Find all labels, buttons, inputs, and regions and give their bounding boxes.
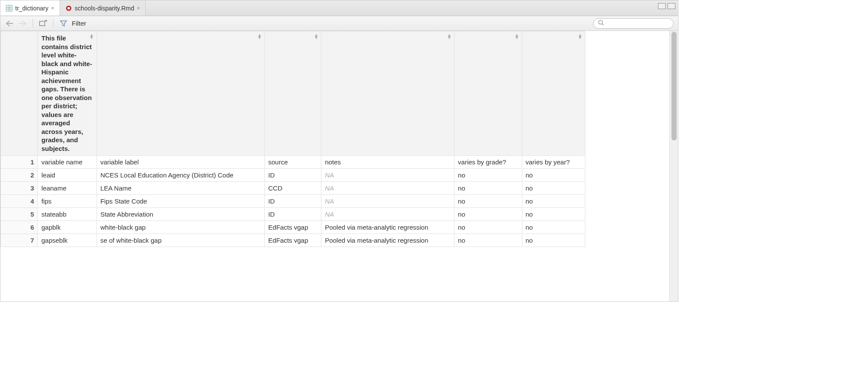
data-cell[interactable]: Fips State Code xyxy=(97,195,264,208)
data-cell[interactable]: no xyxy=(522,195,585,208)
search-input[interactable] xyxy=(607,20,680,27)
data-cell[interactable]: no xyxy=(522,182,585,195)
data-cell[interactable]: no xyxy=(522,169,585,182)
svg-line-9 xyxy=(602,24,604,26)
data-cell[interactable]: notes xyxy=(321,156,454,169)
table-row[interactable]: 2leaidNCES Local Education Agency (Distr… xyxy=(1,169,585,182)
data-grid: This file contains district level white-… xyxy=(0,31,585,301)
data-frame-icon xyxy=(6,5,13,12)
table-row[interactable]: 3leanameLEA NameCCDNAnono xyxy=(1,182,585,195)
column-header[interactable]: This file contains district level white-… xyxy=(38,31,97,156)
filter-icon[interactable] xyxy=(59,19,68,28)
data-cell[interactable]: CCD xyxy=(264,182,321,195)
table-row[interactable]: 4fipsFips State CodeIDNAnono xyxy=(1,195,585,208)
back-button[interactable] xyxy=(5,19,14,28)
data-cell[interactable]: EdFacts vgap xyxy=(264,221,321,234)
data-cell[interactable]: NA xyxy=(321,169,454,182)
data-viewer: This file contains district level white-… xyxy=(0,31,678,301)
data-cell[interactable]: EdFacts vgap xyxy=(264,234,321,247)
row-number-cell: 6 xyxy=(1,221,38,234)
close-icon[interactable]: × xyxy=(137,5,140,11)
toolbar-separator xyxy=(33,19,33,28)
data-cell[interactable]: NA xyxy=(321,208,454,221)
data-cell[interactable]: leaname xyxy=(38,182,97,195)
data-cell[interactable]: no xyxy=(454,208,522,221)
sort-icon[interactable]: ▲▼ xyxy=(257,34,262,39)
rstudio-source-pane: tr_dictionary × schools-disparity.Rmd × xyxy=(0,0,678,302)
data-cell[interactable]: varies by year? xyxy=(522,156,585,169)
vertical-scrollbar[interactable] xyxy=(669,31,678,301)
data-cell[interactable]: no xyxy=(522,221,585,234)
row-number-cell: 7 xyxy=(1,234,38,247)
row-number-cell: 1 xyxy=(1,156,38,169)
table-row[interactable]: 6gapblkwhite-black gapEdFacts vgapPooled… xyxy=(1,221,585,234)
data-cell[interactable]: Pooled via meta-analytic regression xyxy=(321,234,454,247)
sort-icon[interactable]: ▲▼ xyxy=(515,34,519,39)
data-cell[interactable]: no xyxy=(522,208,585,221)
svg-rect-7 xyxy=(40,21,45,26)
data-table: This file contains district level white-… xyxy=(0,31,585,247)
sort-icon[interactable]: ▲▼ xyxy=(578,34,582,39)
row-number-cell: 2 xyxy=(1,169,38,182)
data-cell[interactable]: white-black gap xyxy=(97,221,264,234)
data-cell[interactable]: no xyxy=(454,169,522,182)
data-viewer-toolbar: Filter xyxy=(0,16,678,31)
data-cell[interactable]: se of white-black gap xyxy=(97,234,264,247)
sort-icon[interactable]: ▲▼ xyxy=(447,34,451,39)
data-cell[interactable]: no xyxy=(522,234,585,247)
data-cell[interactable]: Pooled via meta-analytic regression xyxy=(321,221,454,234)
pane-controls xyxy=(658,3,675,9)
tab-schools-disparity[interactable]: schools-disparity.Rmd × xyxy=(60,0,146,16)
popout-button[interactable] xyxy=(38,19,48,28)
filter-label[interactable]: Filter xyxy=(72,20,86,27)
data-cell[interactable]: no xyxy=(454,221,522,234)
table-row[interactable]: 7gapseblkse of white-black gapEdFacts vg… xyxy=(1,234,585,247)
maximize-pane-button[interactable] xyxy=(668,3,675,9)
data-cell[interactable]: stateabb xyxy=(38,208,97,221)
svg-point-6 xyxy=(67,7,70,10)
table-row[interactable]: 5stateabbState AbbreviationIDNAnono xyxy=(1,208,585,221)
column-header[interactable]: ▲▼ xyxy=(264,31,321,156)
data-cell[interactable]: varies by grade? xyxy=(454,156,522,169)
sort-icon[interactable]: ▲▼ xyxy=(90,34,94,39)
minimize-pane-button[interactable] xyxy=(658,3,666,9)
data-cell[interactable]: gapseblk xyxy=(38,234,97,247)
search-box[interactable] xyxy=(593,18,674,29)
data-cell[interactable]: NA xyxy=(321,182,454,195)
data-cell[interactable]: variable name xyxy=(38,156,97,169)
svg-rect-0 xyxy=(6,5,12,11)
column-header[interactable]: ▲▼ xyxy=(321,31,454,156)
data-cell[interactable]: NCES Local Education Agency (District) C… xyxy=(97,169,264,182)
data-cell[interactable]: source xyxy=(264,156,321,169)
data-cell[interactable]: no xyxy=(454,234,522,247)
scrollbar-thumb[interactable] xyxy=(671,32,677,140)
close-icon[interactable]: × xyxy=(51,5,54,11)
table-row[interactable]: 1variable namevariable labelsourcenotesv… xyxy=(1,156,585,169)
search-icon xyxy=(598,20,604,27)
data-cell[interactable]: variable label xyxy=(97,156,264,169)
data-cell[interactable]: ID xyxy=(264,169,321,182)
data-cell[interactable]: fips xyxy=(38,195,97,208)
data-cell[interactable]: ID xyxy=(264,208,321,221)
data-cell[interactable]: no xyxy=(454,182,522,195)
data-cell[interactable]: no xyxy=(454,195,522,208)
tab-bar: tr_dictionary × schools-disparity.Rmd × xyxy=(0,0,678,16)
column-header[interactable]: ▲▼ xyxy=(97,31,264,156)
data-cell[interactable]: leaid xyxy=(38,169,97,182)
data-cell[interactable]: ID xyxy=(264,195,321,208)
svg-point-8 xyxy=(599,20,603,24)
tab-tr-dictionary[interactable]: tr_dictionary × xyxy=(0,0,60,16)
forward-button[interactable] xyxy=(18,19,27,28)
rmd-file-icon xyxy=(65,5,72,12)
toolbar-separator xyxy=(53,19,53,28)
data-cell[interactable]: gapblk xyxy=(38,221,97,234)
column-header[interactable]: ▲▼ xyxy=(522,31,585,156)
column-header[interactable]: ▲▼ xyxy=(454,31,522,156)
column-description: This file contains district level white-… xyxy=(41,34,93,153)
tab-label: tr_dictionary xyxy=(15,5,48,12)
row-number-cell: 3 xyxy=(1,182,38,195)
data-cell[interactable]: NA xyxy=(321,195,454,208)
data-cell[interactable]: State Abbreviation xyxy=(97,208,264,221)
sort-icon[interactable]: ▲▼ xyxy=(314,34,318,39)
data-cell[interactable]: LEA Name xyxy=(97,182,264,195)
